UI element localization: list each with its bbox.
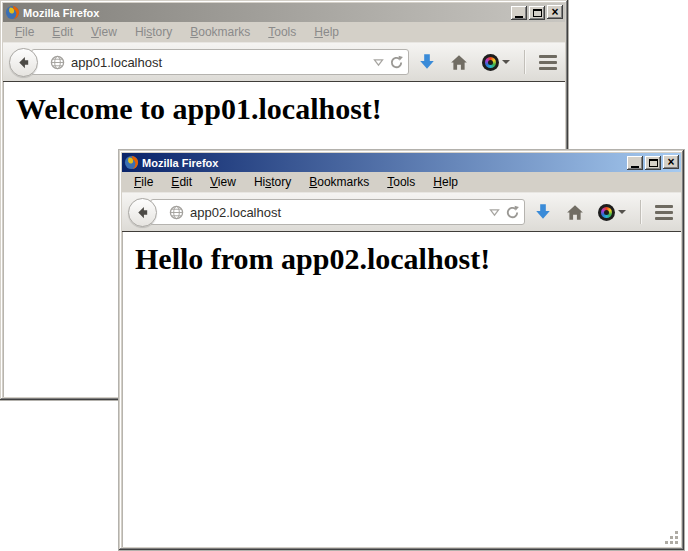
url-bar[interactable] bbox=[150, 199, 525, 225]
back-arrow-icon bbox=[16, 55, 31, 70]
firefox-logo-icon[interactable] bbox=[5, 5, 20, 20]
download-icon[interactable] bbox=[534, 203, 552, 221]
minimize-button[interactable] bbox=[627, 156, 643, 170]
maximize-button[interactable] bbox=[529, 6, 545, 20]
menu-item-help[interactable]: Help bbox=[425, 173, 466, 191]
addon-dropdown-icon bbox=[618, 210, 626, 214]
color-wheel-icon bbox=[482, 54, 499, 71]
menu-item-view[interactable]: View bbox=[202, 173, 244, 191]
toolbar-separator bbox=[524, 50, 525, 74]
site-globe-icon[interactable] bbox=[50, 55, 65, 70]
menu-item-bookmarks[interactable]: Bookmarks bbox=[301, 173, 377, 191]
close-button[interactable]: × bbox=[547, 5, 563, 19]
close-button[interactable]: × bbox=[663, 155, 679, 169]
menu-item-file[interactable]: File bbox=[126, 173, 161, 191]
url-input[interactable] bbox=[190, 205, 483, 220]
menu-item-history[interactable]: History bbox=[127, 23, 180, 41]
window-title: Mozilla Firefox bbox=[142, 157, 622, 169]
menu-item-history[interactable]: History bbox=[246, 173, 299, 191]
page-content: Hello from app02.localhost! bbox=[122, 232, 681, 547]
navigation-toolbar bbox=[3, 43, 565, 82]
toolbar-separator bbox=[640, 200, 641, 224]
addon-button[interactable] bbox=[598, 204, 626, 221]
color-wheel-icon bbox=[598, 204, 615, 221]
back-button[interactable] bbox=[9, 48, 38, 77]
menu-item-view[interactable]: View bbox=[83, 23, 125, 41]
menu-item-edit[interactable]: Edit bbox=[44, 23, 81, 41]
back-button[interactable] bbox=[128, 198, 157, 227]
site-globe-icon[interactable] bbox=[169, 205, 184, 220]
download-icon[interactable] bbox=[418, 53, 436, 71]
resize-grip[interactable] bbox=[665, 531, 679, 545]
addon-button[interactable] bbox=[482, 54, 510, 71]
menubar: FileEditViewHistoryBookmarksToolsHelp bbox=[3, 22, 565, 43]
menu-item-tools[interactable]: Tools bbox=[260, 23, 304, 41]
home-icon[interactable] bbox=[566, 204, 584, 221]
urlbar-dropdown-icon[interactable] bbox=[373, 58, 384, 67]
reload-icon[interactable] bbox=[505, 205, 520, 220]
url-input[interactable] bbox=[71, 55, 367, 70]
window-title: Mozilla Firefox bbox=[23, 7, 506, 19]
navigation-toolbar bbox=[122, 193, 681, 232]
firefox-logo-icon[interactable] bbox=[124, 155, 139, 170]
menu-hamburger-icon[interactable] bbox=[539, 55, 557, 70]
menu-item-edit[interactable]: Edit bbox=[163, 173, 200, 191]
titlebar[interactable]: Mozilla Firefox × bbox=[3, 3, 565, 22]
home-icon[interactable] bbox=[450, 54, 468, 71]
back-arrow-icon bbox=[135, 205, 150, 220]
maximize-button[interactable] bbox=[645, 156, 661, 170]
minimize-button[interactable] bbox=[511, 6, 527, 20]
addon-dropdown-icon bbox=[502, 60, 510, 64]
menu-item-bookmarks[interactable]: Bookmarks bbox=[182, 23, 258, 41]
reload-icon[interactable] bbox=[389, 55, 404, 70]
urlbar-dropdown-icon[interactable] bbox=[489, 208, 500, 217]
menu-item-file[interactable]: File bbox=[7, 23, 42, 41]
menu-item-tools[interactable]: Tools bbox=[379, 173, 423, 191]
browser-window-app02: Mozilla Firefox × FileEditViewHistoryBoo… bbox=[119, 150, 684, 550]
page-heading: Hello from app02.localhost! bbox=[135, 242, 681, 276]
page-heading: Welcome to app01.localhost! bbox=[16, 92, 565, 126]
menubar: FileEditViewHistoryBookmarksToolsHelp bbox=[122, 172, 681, 193]
menu-item-help[interactable]: Help bbox=[306, 23, 347, 41]
url-bar[interactable] bbox=[31, 49, 409, 75]
menu-hamburger-icon[interactable] bbox=[655, 205, 673, 220]
titlebar[interactable]: Mozilla Firefox × bbox=[122, 153, 681, 172]
